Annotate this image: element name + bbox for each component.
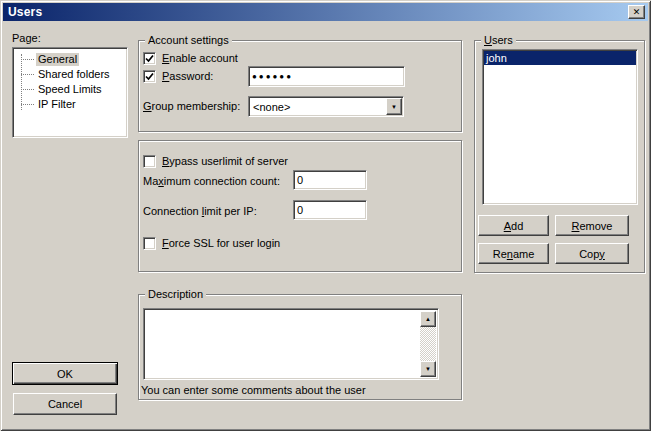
bypass-userlimit-checkbox[interactable] [143,155,156,168]
password-row: Password: [143,70,213,83]
cancel-button-label: Cancel [48,398,82,410]
scroll-down-button[interactable]: ▼ [420,361,436,377]
page-item-label: Shared folders [36,68,112,81]
password-label: Password: [162,70,213,82]
users-list: john [482,49,638,205]
page-item-ip-filter[interactable]: IP Filter [13,97,127,112]
tree-connector [21,89,34,90]
dropdown-button[interactable]: ▼ [386,98,402,115]
users-dialog: Users ✕ Page: General Shared folders Spe… [0,0,651,431]
connection-limit-per-ip-input[interactable] [293,200,367,220]
tree-connector [21,104,34,105]
remove-button[interactable]: Remove [555,215,629,236]
copy-button[interactable]: Copy [555,243,629,264]
chevron-down-icon: ▼ [391,104,397,110]
enable-account-checkbox[interactable] [143,52,156,65]
description-textarea[interactable] [146,311,420,377]
description-scrollbar[interactable]: ▲ ▼ [420,311,436,377]
group-membership-select[interactable]: <none> ▼ [248,96,404,117]
check-icon [145,72,154,81]
page-item-speed-limits[interactable]: Speed Limits [13,82,127,97]
group-membership-label: Group membership: [143,100,240,112]
description-box: ▲ ▼ [143,308,439,380]
page-item-general[interactable]: General [13,52,127,67]
description-title: Description [145,288,206,301]
page-item-shared-folders[interactable]: Shared folders [13,67,127,82]
users-group-title: Users [481,34,516,47]
window-title: Users [8,5,42,19]
group-membership-value: <none> [249,101,385,113]
force-ssl-checkbox[interactable] [143,237,156,250]
connection-limit-per-ip-label: Connection limit per IP: [143,205,257,217]
enable-account-label: Enable account [162,52,238,64]
enable-account-row: Enable account [143,52,238,65]
close-button[interactable]: ✕ [628,5,645,19]
page-item-label: Speed Limits [36,83,104,96]
user-item-label: john [486,52,507,64]
account-settings-title: Account settings [145,34,232,47]
bypass-userlimit-label: Bypass userlimit of server [162,155,288,167]
user-item-john[interactable]: john [484,51,636,65]
tree-connector [21,74,34,75]
max-connection-count-input[interactable] [293,170,367,190]
ok-button[interactable]: OK [12,362,118,385]
scroll-up-button[interactable]: ▲ [420,311,436,327]
title-bar: Users [3,3,648,21]
page-label: Page: [12,32,41,44]
rename-button[interactable]: Rename [478,243,549,264]
force-ssl-row: Force SSL for user login [143,237,280,250]
force-ssl-label: Force SSL for user login [162,237,280,249]
description-hint: You can enter some comments about the us… [141,384,366,396]
arrow-down-icon: ▼ [425,366,431,372]
check-icon [145,54,154,63]
page-item-label: General [36,53,79,66]
password-checkbox[interactable] [143,70,156,83]
close-icon: ✕ [633,8,641,17]
cancel-button[interactable]: Cancel [13,393,117,415]
max-connection-count-label: Maximum connection count: [143,175,280,187]
page-tree: General Shared folders Speed Limits IP F… [12,47,128,138]
ok-button-label: OK [57,368,73,380]
add-button[interactable]: Add [478,215,549,236]
password-input[interactable] [248,66,405,87]
page-item-label: IP Filter [36,98,78,111]
arrow-up-icon: ▲ [425,316,431,322]
tree-connector [21,59,34,60]
bypass-userlimit-row: Bypass userlimit of server [143,155,288,168]
